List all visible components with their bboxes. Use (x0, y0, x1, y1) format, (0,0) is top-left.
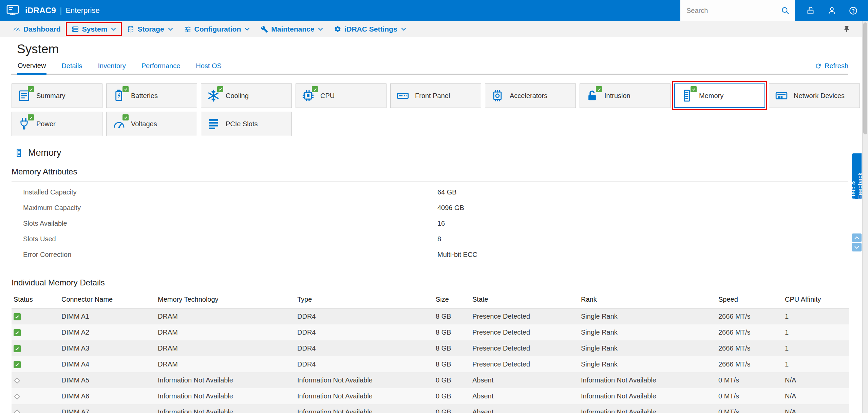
tile-label: Summary (36, 92, 65, 100)
table-row[interactable]: DIMM A4DRAMDDR48 GBPresence DetectedSing… (12, 356, 849, 372)
search-input[interactable] (686, 6, 781, 15)
table-row[interactable]: DIMM A2DRAMDDR48 GBPresence DetectedSing… (12, 324, 849, 340)
ok-badge-icon (312, 86, 318, 92)
tile-power[interactable]: Power (12, 112, 102, 136)
cell-rank: Information Not Available (579, 372, 716, 388)
chevron-down-icon (111, 27, 116, 31)
nav-item-maintenance[interactable]: Maintenance (255, 23, 328, 36)
attribute-row: Error Correction Multi-bit ECC (11, 247, 868, 262)
tile-intrusion[interactable]: Intrusion (580, 83, 671, 108)
table-row[interactable]: DIMM A5Information Not AvailableInformat… (12, 372, 849, 388)
attribute-row: Maximum Capacity 4096 GB (11, 200, 868, 215)
chevron-up-icon (854, 236, 860, 240)
tile-cpu[interactable]: CPU (296, 83, 386, 108)
scroll-down-button[interactable] (852, 243, 862, 251)
scrollbar-thumb[interactable] (863, 22, 867, 134)
memory-icon (14, 148, 23, 157)
attribute-value: 16 (437, 220, 445, 227)
accelerator-chip-icon (491, 89, 504, 102)
ok-badge-icon (28, 114, 34, 120)
cell-connector: DIMM A6 (59, 388, 156, 404)
nav-item-configuration[interactable]: Configuration (178, 23, 256, 36)
tile-pcie-slots[interactable]: PCIe Slots (201, 112, 292, 136)
attribute-label: Error Correction (11, 251, 437, 259)
table-row[interactable]: DIMM A3DRAMDDR48 GBPresence DetectedSing… (12, 340, 849, 356)
user-icon[interactable] (827, 6, 836, 15)
tab-overview[interactable]: Overview (17, 59, 46, 75)
scroll-up-button[interactable] (852, 233, 862, 242)
table-row[interactable]: DIMM A7Information Not AvailableInformat… (12, 404, 849, 413)
cell-state: Presence Detected (470, 324, 579, 340)
chevron-down-icon (854, 246, 860, 249)
chevron-down-icon (318, 27, 323, 31)
brand-name: iDRAC9 (25, 6, 56, 15)
cell-size: 0 GB (434, 404, 470, 413)
cell-rank: Information Not Available (579, 404, 716, 413)
nav-label: Maintenance (271, 25, 314, 33)
nav-item-storage[interactable]: Storage (121, 23, 178, 36)
help-icon[interactable]: ? (849, 6, 858, 15)
status-ok-icon (14, 329, 21, 336)
top-bar: iDRAC9 | Enterprise ? (0, 0, 868, 21)
power-plug-icon (17, 117, 31, 131)
chevron-down-icon (168, 27, 173, 31)
attribute-label: Slots Available (11, 220, 437, 227)
tile-memory[interactable]: Memory (674, 83, 765, 108)
tab-inventory[interactable]: Inventory (97, 59, 127, 74)
column-header-speed: Speed (716, 292, 783, 308)
attribute-value: 8 (437, 235, 441, 243)
tile-network-devices[interactable]: Network Devices (769, 83, 860, 108)
cell-rank: Single Rank (579, 356, 716, 372)
cell-state: Presence Detected (470, 356, 579, 372)
cell-technology: DRAM (156, 324, 295, 340)
summary-icon (17, 89, 31, 102)
column-header-state: State (470, 292, 579, 308)
cell-speed: 2666 MT/s (716, 324, 783, 340)
tile-cooling[interactable]: Cooling (201, 83, 292, 108)
refresh-button[interactable]: Refresh (815, 62, 848, 74)
nav-item-system[interactable]: System (66, 23, 122, 36)
tile-batteries[interactable]: Batteries (106, 83, 197, 108)
network-card-icon (775, 89, 788, 102)
tile-summary[interactable]: Summary (12, 83, 102, 108)
tab-performance[interactable]: Performance (141, 59, 181, 74)
cpu-icon (301, 89, 315, 102)
scrollbar-track[interactable] (862, 21, 868, 413)
cell-speed: 2666 MT/s (716, 356, 783, 372)
sliders-icon (184, 25, 191, 33)
tile-label: Cooling (226, 92, 249, 100)
tile-accelerators[interactable]: Accelerators (485, 83, 576, 108)
ok-badge-icon (122, 114, 129, 120)
help-feedback-tab[interactable]: Help & Feedback (852, 153, 862, 199)
table-row[interactable]: DIMM A6Information Not AvailableInformat… (12, 388, 849, 404)
nav-item-dashboard[interactable]: Dashboard (7, 23, 66, 36)
cell-cpu-affinity: 1 (783, 324, 849, 340)
cell-cpu-affinity: 1 (783, 356, 849, 372)
scroll-buttons (852, 233, 862, 251)
nav-label: System (82, 25, 108, 33)
status-cell (12, 324, 59, 340)
table-header-row: Status Connector Name Memory Technology … (12, 292, 849, 308)
gauge-icon (112, 117, 126, 131)
snowflake-icon (207, 89, 220, 102)
status-unknown-icon (14, 377, 20, 383)
tile-front-panel[interactable]: Front Panel (390, 83, 481, 108)
tile-label: Accelerators (510, 92, 547, 100)
cell-speed: 0 MT/s (716, 388, 783, 404)
tab-details[interactable]: Details (61, 59, 83, 74)
cell-technology: DRAM (156, 340, 295, 356)
tile-label: Batteries (131, 92, 158, 100)
table-row[interactable]: DIMM A1DRAMDDR48 GBPresence DetectedSing… (12, 308, 849, 324)
nav-item-idrac-settings[interactable]: iDRAC Settings (328, 23, 411, 36)
cell-size: 0 GB (434, 388, 470, 404)
cell-rank: Single Rank (579, 340, 716, 356)
tile-voltages[interactable]: Voltages (106, 112, 197, 136)
search-icon[interactable] (781, 6, 790, 15)
pin-icon[interactable] (843, 25, 850, 33)
refresh-label: Refresh (825, 62, 848, 70)
unlock-icon[interactable] (806, 6, 815, 15)
column-header-rank: Rank (579, 292, 716, 308)
attribute-value: 64 GB (437, 188, 457, 196)
nav-label: iDRAC Settings (344, 25, 397, 33)
tab-host-os[interactable]: Host OS (195, 59, 222, 74)
